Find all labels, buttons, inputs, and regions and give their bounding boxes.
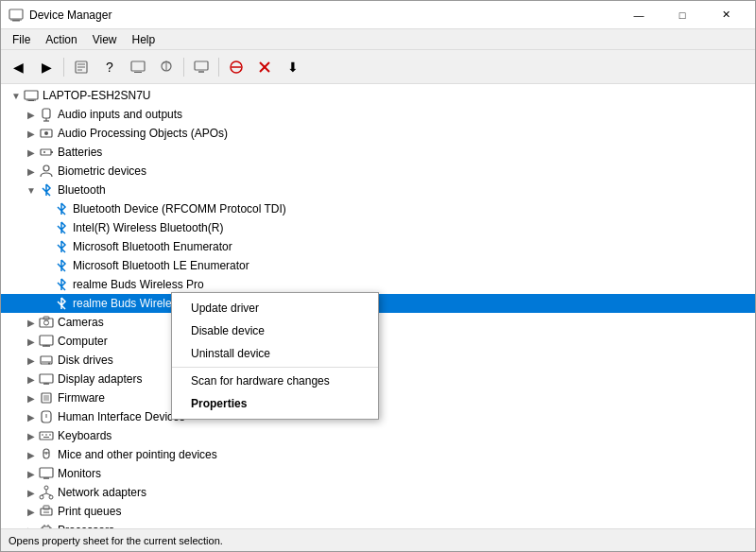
toggle-computer[interactable]: ▶ [24, 334, 39, 349]
menu-bar: File Action View Help [1, 29, 755, 50]
svg-point-29 [43, 165, 49, 171]
bt-ms-le-label: Microsoft Bluetooth LE Enumerator [73, 259, 249, 272]
toggle-print-queues[interactable]: ▶ [24, 504, 39, 519]
toggle-cameras[interactable]: ▶ [24, 315, 39, 330]
bluetooth-label: Bluetooth [58, 183, 106, 197]
toolbar-disable[interactable] [223, 54, 249, 80]
status-bar: Opens property sheet for the current sel… [1, 528, 755, 551]
toggle-disk-drives[interactable]: ▶ [24, 353, 39, 368]
svg-rect-39 [40, 374, 53, 383]
toolbar-properties[interactable] [68, 54, 94, 80]
toggle-hid[interactable]: ▶ [24, 409, 39, 424]
toggle-mice[interactable]: ▶ [24, 447, 39, 462]
tree-bt-ms-le[interactable]: ▶ Microsoft Bluetooth LE Enumerator [1, 256, 755, 275]
toolbar-update[interactable] [125, 54, 151, 80]
bt-ms-le-icon [54, 258, 69, 273]
window-title: Device Manager [29, 9, 112, 22]
svg-rect-7 [131, 61, 145, 71]
cameras-icon [39, 315, 54, 330]
tree-mice[interactable]: ▶ Mice and other pointing devices [1, 445, 755, 464]
toggle-firmware[interactable]: ▶ [24, 390, 39, 405]
toolbar-help[interactable]: ? [96, 54, 123, 80]
toggle-monitors[interactable]: ▶ [24, 466, 39, 481]
computer-label: Computer [58, 335, 108, 348]
display-adapters-icon [39, 371, 54, 387]
ctx-disable-device[interactable]: Disable device [172, 319, 378, 342]
ctx-update-driver[interactable]: Update driver [172, 297, 378, 319]
tree-audio-inputs[interactable]: ▶ Audio inputs and outputs [1, 105, 755, 124]
toolbar-sep3 [218, 58, 219, 77]
bt-rfcomm-label: Bluetooth Device (RFCOMM Protocol TDI) [73, 202, 286, 216]
bt-intel-icon [54, 220, 69, 235]
svg-rect-8 [134, 72, 142, 73]
ctx-scan-hardware[interactable]: Scan for hardware changes [172, 370, 378, 392]
monitors-label: Monitors [58, 467, 101, 480]
ctx-uninstall-device[interactable]: Uninstall device [172, 342, 378, 365]
svg-rect-25 [41, 149, 51, 155]
processors-icon [39, 523, 54, 528]
tree-monitors[interactable]: ▶ Monitors [1, 464, 755, 483]
root-icon [24, 88, 39, 103]
toggle-audio-processing[interactable]: ▶ [24, 126, 39, 141]
firmware-label: Firmware [58, 391, 105, 405]
bt-realme-icon [54, 277, 69, 292]
toggle-keyboards[interactable]: ▶ [24, 428, 39, 443]
toolbar-download[interactable]: ⬇ [280, 54, 306, 80]
svg-rect-0 [9, 9, 23, 19]
title-bar: Device Manager — □ ✕ [1, 1, 755, 29]
device-tree[interactable]: ▼ LAPTOP-ESH2SN7U ▶ [1, 84, 755, 528]
bt-realme-label: realme Buds Wireless Pro [73, 278, 204, 291]
disk-drives-label: Disk drives [58, 354, 113, 367]
ctx-properties[interactable]: Properties [172, 392, 378, 415]
toggle-network[interactable]: ▶ [24, 485, 39, 500]
svg-rect-20 [43, 109, 50, 118]
menu-help[interactable]: Help [125, 31, 163, 48]
tree-network[interactable]: ▶ Network adapters [1, 483, 755, 502]
tree-batteries[interactable]: ▶ Batteries [1, 143, 755, 162]
toggle-processors[interactable]: ▶ [24, 523, 39, 528]
tree-bt-ms-enum[interactable]: ▶ Microsoft Bluetooth Enumerator [1, 237, 755, 256]
audio-processing-icon [39, 126, 54, 141]
toggle-audio-inputs[interactable]: ▶ [24, 107, 39, 122]
toggle-bluetooth[interactable]: ▼ [24, 182, 39, 198]
tree-bt-realme[interactable]: ▶ realme Buds Wireless Pro [1, 275, 755, 294]
root-toggle[interactable]: ▼ [9, 88, 24, 103]
svg-rect-54 [40, 468, 53, 477]
tree-keyboards[interactable]: ▶ Keyboards [1, 426, 755, 445]
tree-audio-processing[interactable]: ▶ Audio Processing Objects (APOs) [1, 124, 755, 143]
menu-view[interactable]: View [85, 31, 125, 48]
toggle-display-adapters[interactable]: ▶ [24, 371, 39, 387]
tree-bluetooth[interactable]: ▼ Bluetooth [1, 181, 755, 199]
device-manager-window: Device Manager — □ ✕ File Action View He… [0, 0, 756, 552]
tree-bt-rfcomm[interactable]: ▶ Bluetooth Device (RFCOMM Protocol TDI) [1, 199, 755, 218]
firmware-icon [39, 390, 54, 405]
menu-action[interactable]: Action [38, 31, 84, 48]
processors-label: Processors [58, 524, 114, 528]
computer-icon [39, 334, 54, 349]
toolbar-uninstall[interactable] [251, 54, 278, 80]
minimize-button[interactable]: — [617, 1, 661, 29]
menu-file[interactable]: File [5, 31, 38, 48]
main-area: ▼ LAPTOP-ESH2SN7U ▶ [1, 84, 755, 528]
toggle-biometric[interactable]: ▶ [24, 164, 39, 179]
svg-point-57 [40, 495, 43, 499]
tree-bt-intel[interactable]: ▶ Intel(R) Wireless Bluetooth(R) [1, 218, 755, 237]
maximize-button[interactable]: □ [661, 1, 704, 29]
toolbar-back[interactable]: ◀ [5, 54, 31, 80]
tree-processors[interactable]: ▶ Processors [1, 521, 755, 528]
toolbar-computer[interactable] [188, 54, 215, 80]
tree-root[interactable]: ▼ LAPTOP-ESH2SN7U [1, 86, 755, 105]
toggle-batteries[interactable]: ▶ [24, 145, 39, 160]
hid-icon [39, 409, 54, 424]
svg-rect-65 [43, 526, 50, 528]
mice-label: Mice and other pointing devices [58, 448, 217, 461]
toolbar-forward[interactable]: ▶ [33, 54, 60, 80]
keyboards-label: Keyboards [58, 429, 112, 442]
svg-point-24 [44, 131, 48, 135]
status-text: Opens property sheet for the current sel… [9, 535, 223, 546]
tree-print-queues[interactable]: ▶ Print queues [1, 502, 755, 521]
toolbar-scan[interactable] [153, 54, 180, 80]
audio-processing-label: Audio Processing Objects (APOs) [58, 127, 228, 140]
tree-biometric[interactable]: ▶ Biometric devices [1, 162, 755, 181]
close-button[interactable]: ✕ [704, 1, 747, 29]
